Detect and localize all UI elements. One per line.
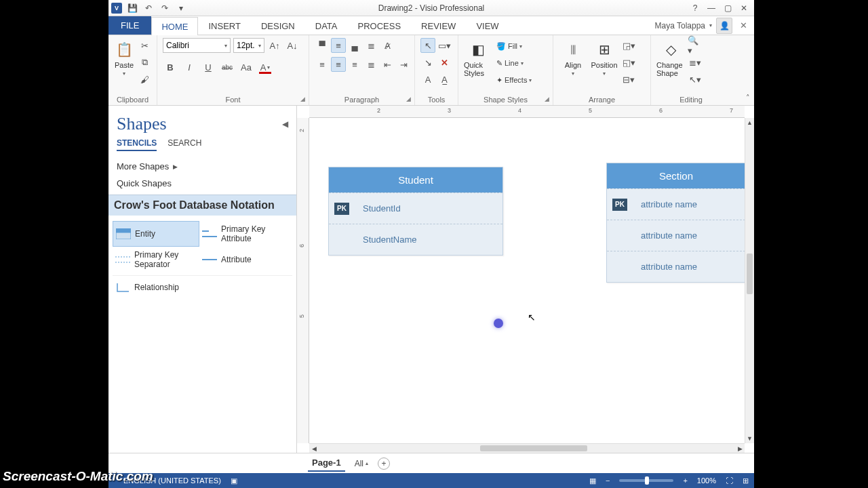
- maximize-button[interactable]: ▢: [720, 2, 735, 14]
- horizontal-scroll-thumb[interactable]: [480, 445, 587, 451]
- font-color-button[interactable]: A▾: [258, 60, 273, 75]
- clear-format-button[interactable]: A̷: [380, 38, 395, 53]
- copy-button[interactable]: ⧉: [137, 55, 152, 70]
- quick-shapes-link[interactable]: Quick Shapes: [115, 175, 290, 192]
- user-name[interactable]: Maya Tolappa: [655, 21, 706, 30]
- tab-insert[interactable]: INSERT: [198, 16, 250, 35]
- pointer-tool-button[interactable]: ↖: [420, 38, 435, 53]
- bold-button[interactable]: B: [163, 60, 178, 75]
- delete-tool-button[interactable]: ✕: [437, 55, 452, 70]
- scroll-left-button[interactable]: ◀: [309, 445, 319, 452]
- presentation-mode-button[interactable]: ▦: [589, 476, 596, 485]
- send-back-button[interactable]: ◱▾: [621, 55, 636, 70]
- entity-section[interactable]: Section PKattribute name attribute name …: [606, 163, 746, 283]
- increase-indent-button[interactable]: ⇥: [396, 57, 411, 72]
- paragraph-dialog-launcher[interactable]: ◢: [404, 95, 412, 103]
- zoom-in-button[interactable]: +: [683, 476, 687, 485]
- qat-undo-button[interactable]: ↶: [142, 2, 155, 14]
- horizontal-scrollbar[interactable]: ◀ ▶: [309, 443, 745, 453]
- zoom-slider[interactable]: [619, 479, 673, 482]
- stencil-item-pk-attribute[interactable]: Primary Key Attribute: [199, 221, 286, 247]
- tab-home[interactable]: HOME: [151, 17, 198, 35]
- group-button[interactable]: ⊟▾: [621, 72, 636, 87]
- tab-process[interactable]: PROCESS: [348, 16, 412, 35]
- align-bottom-button[interactable]: ▄: [347, 38, 362, 53]
- change-shape-button[interactable]: ◇Change Shape: [656, 38, 685, 77]
- shape-styles-dialog-launcher[interactable]: ◢: [542, 95, 551, 103]
- cut-button[interactable]: ✂: [137, 38, 152, 53]
- add-page-button[interactable]: +: [378, 458, 390, 470]
- layers-button[interactable]: ≣▾: [688, 55, 703, 70]
- pan-zoom-button[interactable]: ⊞: [743, 476, 749, 485]
- help-button[interactable]: ?: [688, 2, 703, 14]
- zoom-slider-knob[interactable]: [645, 476, 649, 485]
- text-block-tool-button[interactable]: A̲: [437, 72, 452, 87]
- font-dialog-launcher[interactable]: ◢: [298, 95, 307, 103]
- bullets-button[interactable]: ≣: [363, 38, 378, 53]
- fit-page-button[interactable]: ⛶: [726, 476, 733, 485]
- fill-button[interactable]: 🪣Fill▾: [495, 39, 533, 53]
- find-button[interactable]: 🔍▾: [688, 38, 703, 53]
- zoom-level[interactable]: 100%: [697, 476, 716, 485]
- entity-section-title[interactable]: Section: [607, 163, 745, 188]
- user-avatar[interactable]: 👤: [716, 18, 732, 34]
- minimize-button[interactable]: —: [704, 2, 719, 14]
- stencil-item-relationship[interactable]: Relationship: [113, 279, 199, 296]
- stencil-item-entity[interactable]: Entity: [113, 221, 199, 247]
- scroll-down-button[interactable]: ▼: [745, 434, 754, 443]
- select-button[interactable]: ↖▾: [688, 72, 703, 87]
- tab-data[interactable]: DATA: [305, 16, 348, 35]
- bring-front-button[interactable]: ◲▾: [621, 38, 636, 53]
- effects-button[interactable]: ✦Effects▾: [495, 73, 533, 87]
- grow-font-button[interactable]: A↑: [267, 38, 282, 53]
- align-left-button[interactable]: ≡: [315, 57, 330, 72]
- align-button[interactable]: ⫴Align▾: [559, 38, 587, 77]
- qat-save-button[interactable]: 💾: [126, 2, 138, 14]
- tab-design[interactable]: DESIGN: [251, 16, 305, 35]
- quick-styles-button[interactable]: ◧ Quick Styles: [464, 38, 492, 77]
- all-pages-dropdown[interactable]: All▴: [355, 459, 368, 468]
- change-case-button[interactable]: Aa: [239, 60, 254, 75]
- document-close-button[interactable]: ✕: [736, 19, 750, 33]
- italic-button[interactable]: I: [182, 60, 197, 75]
- rectangle-tool-button[interactable]: ▭▾: [437, 38, 452, 53]
- student-attr-2[interactable]: StudentName: [355, 235, 502, 245]
- underline-button[interactable]: U: [201, 60, 216, 75]
- decrease-indent-button[interactable]: ⇤: [380, 57, 395, 72]
- line-button[interactable]: ✎Line▾: [495, 56, 533, 70]
- text-tool-button[interactable]: A: [420, 72, 435, 87]
- section-attr-2[interactable]: attribute name: [633, 230, 745, 241]
- align-middle-button[interactable]: ≡: [331, 38, 346, 53]
- section-attr-3[interactable]: attribute name: [633, 262, 745, 272]
- format-painter-button[interactable]: 🖌: [137, 72, 152, 87]
- close-button[interactable]: ✕: [736, 2, 751, 14]
- stencil-item-pk-separator[interactable]: Primary Key Separator: [113, 247, 199, 272]
- position-button[interactable]: ⊞Position▾: [590, 38, 618, 77]
- align-right-button[interactable]: ≡: [347, 57, 362, 72]
- more-shapes-link[interactable]: More Shapes▶: [115, 158, 290, 175]
- section-attr-1[interactable]: attribute name: [633, 199, 745, 209]
- scroll-up-button[interactable]: ▲: [745, 118, 754, 127]
- qat-customize-button[interactable]: ▾: [175, 2, 187, 14]
- entity-student[interactable]: Student PKStudentId StudentName: [328, 167, 503, 256]
- stencil-item-attribute[interactable]: Attribute: [199, 247, 286, 272]
- stencils-tab[interactable]: STENCILS: [117, 138, 157, 151]
- font-name-select[interactable]: Calibri▾: [163, 38, 231, 53]
- align-top-button[interactable]: ▀: [315, 38, 330, 53]
- zoom-out-button[interactable]: −: [606, 476, 610, 485]
- search-tab[interactable]: SEARCH: [167, 138, 201, 151]
- vertical-scrollbar[interactable]: ▲ ▼: [745, 118, 754, 443]
- active-stencil[interactable]: Crow's Foot Database Notation: [108, 195, 296, 216]
- drawing-page[interactable]: Student PKStudentId StudentName Section …: [309, 118, 745, 443]
- collapse-ribbon-button[interactable]: ˄: [746, 94, 750, 102]
- font-size-select[interactable]: 12pt.▾: [233, 38, 264, 53]
- qat-redo-button[interactable]: ↷: [159, 2, 171, 14]
- scroll-right-button[interactable]: ▶: [735, 445, 745, 452]
- justify-button[interactable]: ≣: [363, 57, 378, 72]
- entity-student-title[interactable]: Student: [329, 167, 502, 192]
- paste-button[interactable]: 📋 Paste ▾: [114, 38, 134, 77]
- vertical-scroll-thumb[interactable]: [747, 253, 753, 294]
- file-tab[interactable]: FILE: [108, 16, 151, 35]
- tab-view[interactable]: VIEW: [466, 16, 509, 35]
- student-attr-1[interactable]: StudentId: [355, 203, 502, 214]
